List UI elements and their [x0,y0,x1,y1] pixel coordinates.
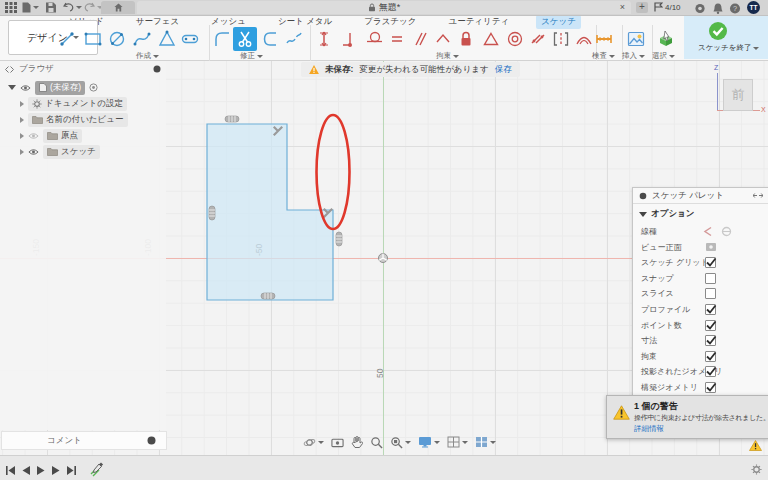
fix-constraint-icon[interactable] [456,29,476,49]
curvature-constraint-icon[interactable] [574,29,594,49]
close-tab-icon[interactable]: × [620,2,625,13]
constraint-marker[interactable] [336,232,342,246]
help-icon[interactable]: ? [729,3,741,14]
look-at-icon[interactable] [705,242,717,252]
comments-options-icon[interactable] [147,436,156,445]
concentric-constraint-icon[interactable] [505,29,525,49]
dock-arrows-icon[interactable] [753,192,763,199]
expand-caret-icon[interactable] [20,133,24,139]
dimensions-checkbox[interactable] [705,335,716,346]
trial-counter[interactable]: 4/10 [654,2,681,12]
viewcube-front-face[interactable]: 前 [723,79,753,111]
create-group-dropdown[interactable]: 作成 [136,51,159,61]
data-panel-toggle-icon[interactable] [5,2,17,13]
construction-geometry-checkbox[interactable] [705,382,716,393]
collapse-arrows-icon[interactable] [5,66,14,73]
view-cube[interactable]: Z X 前 [700,66,766,130]
symmetry-constraint-icon[interactable] [551,29,571,49]
ribbon-tab-sketch[interactable]: スケッチ [536,15,581,29]
viewports-button[interactable] [475,436,496,448]
finish-sketch-button[interactable]: スケッチを終了 [684,15,768,59]
constraint-marker[interactable] [225,116,239,122]
orbit-button[interactable] [303,436,324,449]
play-button[interactable] [37,466,45,475]
perpendicular-constraint-icon[interactable] [433,29,453,49]
notification-warning-icon[interactable] [749,440,762,451]
notifications-bell-icon[interactable] [712,3,724,14]
polygon-tool-icon[interactable] [157,29,177,49]
profile-checkbox[interactable] [705,304,716,315]
insert-image-icon[interactable] [626,29,646,49]
construction-line-icon[interactable] [703,226,714,237]
ribbon-tab-sheet-metal[interactable]: シート メタル [273,15,337,29]
browser-item-chip[interactable]: スケッチ [43,145,100,159]
browser-options-icon[interactable] [153,65,161,73]
circle-tool-icon[interactable] [107,29,127,49]
equal-constraint-icon[interactable] [387,29,407,49]
browser-item-chip[interactable]: 名前の付いたビュー [28,113,128,127]
step-forward-button[interactable] [52,466,60,475]
fillet-tool-icon[interactable] [212,29,232,49]
browser-item-chip[interactable]: ドキュメントの設定 [28,97,127,111]
expand-caret-icon[interactable] [8,85,16,90]
eye-icon[interactable] [28,148,39,156]
sketch-feature-icon[interactable] [89,462,105,478]
palette-options-section[interactable]: オプション [639,208,695,220]
sketch-profile[interactable] [207,124,333,300]
origin-marker[interactable] [379,254,388,263]
extend-tool-icon[interactable] [261,29,281,49]
trim-tool-active[interactable] [233,27,257,51]
parallel-constraint-icon[interactable] [410,29,430,49]
browser-item-chip[interactable]: 原点 [43,129,82,143]
save-link[interactable]: 保存 [495,64,512,76]
display-settings-button[interactable] [418,436,440,448]
sketch-dimension-icon[interactable] [314,29,334,49]
constraint-marker[interactable] [209,206,215,220]
step-back-button[interactable] [22,466,30,475]
snap-checkbox[interactable] [705,273,716,284]
constraint-marker[interactable] [261,293,275,299]
slice-checkbox[interactable] [705,288,716,299]
radio-icon[interactable] [89,83,98,92]
go-to-start-button[interactable] [6,466,15,475]
zoom-button[interactable] [370,436,383,449]
fit-button[interactable] [390,436,411,449]
browser-item-document-settings[interactable]: ドキュメントの設定 [0,96,127,111]
collinear-constraint-icon[interactable] [528,29,548,49]
home-tab[interactable] [101,1,135,14]
centerline-icon[interactable] [721,226,732,237]
document-root-chip[interactable]: (未保存) [35,81,85,95]
tangent-constraint-icon[interactable] [364,29,384,49]
ribbon-tab-utilities[interactable]: ユーティリティ [443,15,514,29]
look-at-button[interactable] [331,437,344,448]
eye-off-icon[interactable] [28,132,39,140]
ribbon-tab-surface[interactable]: サーフェス [131,15,184,29]
midpoint-constraint-icon[interactable] [481,29,501,49]
file-menu-button[interactable] [22,2,39,13]
select-group-dropdown[interactable]: 選択 [652,51,675,61]
constraints-checkbox[interactable] [705,351,716,362]
user-avatar[interactable]: TT [747,1,760,14]
job-status-icon[interactable] [694,3,706,14]
browser-root-row[interactable]: (未保存) [0,80,98,95]
undo-button[interactable] [63,2,82,12]
pan-button[interactable] [351,436,363,449]
comments-panel[interactable]: コメント [1,431,167,450]
eye-icon[interactable] [20,84,31,92]
new-tab-button[interactable]: + [636,2,648,13]
ribbon-tab-plastic[interactable]: プラスチック [359,15,421,29]
break-tool-icon[interactable] [284,29,304,49]
browser-item-origin[interactable]: 原点 [0,128,82,143]
expand-caret-icon[interactable] [20,149,24,155]
inspect-group-dropdown[interactable]: 検査 [592,51,615,61]
browser-item-sketches[interactable]: スケッチ [0,144,100,159]
measure-tool-icon[interactable] [594,29,614,49]
grid-settings-button[interactable] [447,436,468,448]
browser-item-named-views[interactable]: 名前の付いたビュー [0,112,128,127]
expand-caret-icon[interactable] [20,101,24,107]
rectangle-tool-icon[interactable] [83,29,103,49]
document-tab[interactable]: 無題* × [137,1,631,14]
coincident-constraint-icon[interactable] [340,29,360,49]
timeline-gear-icon[interactable] [751,464,762,475]
more-info-link[interactable]: 詳細情報 [634,424,664,434]
